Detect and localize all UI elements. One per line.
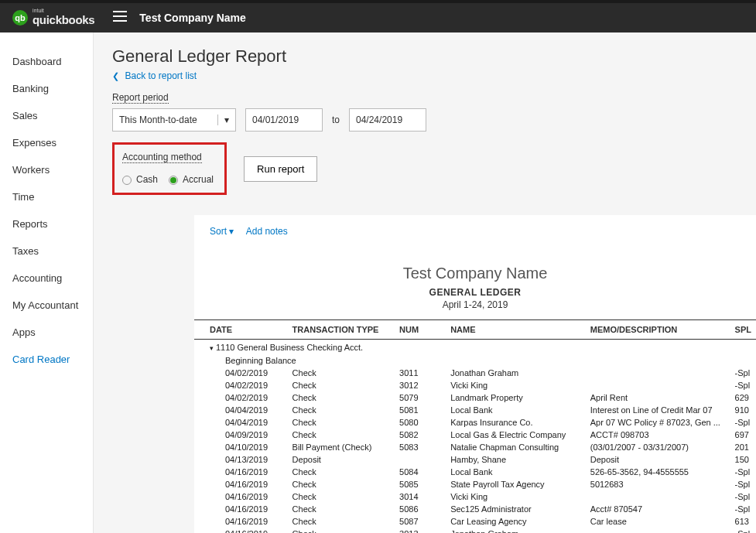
back-link-row[interactable]: ❮ Back to report list: [112, 68, 737, 82]
to-label: to: [332, 114, 340, 125]
cell-date: 04/16/2019: [194, 490, 288, 503]
hamburger-icon[interactable]: [113, 11, 127, 25]
brand-text: quickbooks: [32, 13, 94, 26]
sidebar-item-time[interactable]: Time: [0, 183, 93, 210]
table-row[interactable]: 04/09/2019Check5082Local Gas & Electric …: [194, 429, 756, 441]
cell-date: 04/16/2019: [194, 503, 288, 515]
sidebar-item-apps[interactable]: Apps: [0, 319, 93, 346]
cell-name: Sec125 Administrator: [446, 503, 586, 515]
cell-type: Check: [288, 515, 395, 528]
column-header[interactable]: MEMO/DESCRIPTION: [586, 320, 730, 340]
run-report-button[interactable]: Run report: [244, 156, 317, 182]
period-select[interactable]: This Month-to-date ▾: [112, 108, 236, 132]
cell-type: Check: [288, 416, 395, 429]
cell-memo: Deposit: [586, 453, 730, 466]
cell-name: Natalie Chapman Consulting: [446, 441, 586, 453]
column-header[interactable]: NAME: [446, 320, 586, 340]
column-header[interactable]: SPL: [730, 320, 756, 340]
cell-date: 04/02/2019: [194, 391, 288, 404]
table-row[interactable]: 04/02/2019Check3011Jonathan Graham-Spl: [194, 367, 756, 379]
sidebar-item-sales[interactable]: Sales: [0, 102, 93, 129]
accounting-method-label: Accounting method: [122, 152, 202, 163]
cell-date: 04/04/2019: [194, 404, 288, 416]
cell-split: -Spl: [730, 379, 756, 391]
period-select-value: This Month-to-date: [119, 114, 211, 125]
column-header[interactable]: NUM: [395, 320, 446, 340]
cell-date: 04/02/2019: [194, 367, 288, 379]
table-row[interactable]: 04/16/2019Check3013Jonathan Graham-Spl: [194, 528, 756, 533]
cell-split: 150: [730, 453, 756, 466]
cell-name: State Payroll Tax Agency: [446, 478, 586, 490]
cell-date: 04/09/2019: [194, 429, 288, 441]
add-notes-link[interactable]: Add notes: [246, 226, 288, 237]
cell-type: Check: [288, 429, 395, 441]
column-header[interactable]: TRANSACTION TYPE: [288, 320, 395, 340]
radio-accrual[interactable]: Accrual: [169, 174, 214, 185]
sidebar-item-taxes[interactable]: Taxes: [0, 237, 93, 265]
table-row[interactable]: 04/02/2019Check3012Vicki King-Spl: [194, 379, 756, 391]
back-link[interactable]: Back to report list: [125, 70, 197, 81]
cell-num: 5082: [395, 429, 446, 441]
table-row[interactable]: 04/16/2019Check3014Vicki King-Spl: [194, 490, 756, 503]
cell-type: Check: [288, 379, 395, 391]
table-row[interactable]: 04/16/2019Check5086Sec125 AdministratorA…: [194, 503, 756, 515]
report-pane: Sort ▾ Add notes Test Company Name GENER…: [194, 215, 756, 533]
cell-date: 04/16/2019: [194, 528, 288, 533]
cell-split: -Spl: [730, 503, 756, 515]
cell-name: Local Gas & Electric Company: [446, 429, 586, 441]
column-header[interactable]: DATE: [194, 320, 288, 340]
sidebar-item-my-accountant[interactable]: My Accountant: [0, 292, 93, 319]
table-row[interactable]: 04/10/2019Bill Payment (Check)5083Natali…: [194, 441, 756, 453]
cell-split: 910: [730, 404, 756, 416]
table-row[interactable]: 04/04/2019Check5080Karpas Insurance Co.A…: [194, 416, 756, 429]
cell-date: 04/16/2019: [194, 478, 288, 490]
account-group-row[interactable]: ▾1110 General Business Checking Acct.: [194, 340, 756, 355]
table-row[interactable]: 04/13/2019DepositHamby, ShaneDeposit150: [194, 453, 756, 466]
sidebar-item-banking[interactable]: Banking: [0, 75, 93, 102]
cell-split: 613: [730, 515, 756, 528]
sidebar-item-workers[interactable]: Workers: [0, 156, 93, 183]
cell-name: Hamby, Shane: [446, 453, 586, 466]
beginning-balance-row: Beginning Balance: [194, 354, 756, 367]
table-row[interactable]: 04/02/2019Check5079Landmark PropertyApri…: [194, 391, 756, 404]
date-from-input[interactable]: 04/01/2019: [245, 108, 323, 132]
cell-type: Check: [288, 503, 395, 515]
cell-split: 201: [730, 441, 756, 453]
cell-memo: 5012683: [586, 478, 730, 490]
table-row[interactable]: 04/16/2019Check5087Car Leasing AgencyCar…: [194, 515, 756, 528]
company-name: Test Company Name: [139, 12, 245, 24]
cell-memo: 526-65-3562, 94-4555555: [586, 466, 730, 478]
cell-type: Bill Payment (Check): [288, 441, 395, 453]
topbar: qb intuit quickbooks Test Company Name: [0, 0, 756, 32]
cell-split: -Spl: [730, 528, 756, 533]
cell-num: 3014: [395, 490, 446, 503]
cell-date: 04/02/2019: [194, 379, 288, 391]
cell-memo: [586, 490, 730, 503]
cell-type: Check: [288, 466, 395, 478]
cell-memo: [586, 528, 730, 533]
sidebar-item-reports[interactable]: Reports: [0, 210, 93, 237]
table-row[interactable]: 04/16/2019Check5084Local Bank526-65-3562…: [194, 466, 756, 478]
sidebar-item-accounting[interactable]: Accounting: [0, 265, 93, 292]
sidebar-item-expenses[interactable]: Expenses: [0, 129, 93, 156]
cell-type: Check: [288, 528, 395, 533]
sort-link[interactable]: Sort ▾: [210, 226, 234, 237]
table-row[interactable]: 04/04/2019Check5081Local BankInterest on…: [194, 404, 756, 416]
cell-name: Vicki King: [446, 490, 586, 503]
brand-logo: qb intuit quickbooks: [12, 9, 94, 27]
cell-num: 5081: [395, 404, 446, 416]
cell-date: 04/13/2019: [194, 453, 288, 466]
sidebar-item-card-reader[interactable]: Card Reader: [0, 346, 93, 373]
radio-cash[interactable]: Cash: [122, 174, 158, 185]
cell-memo: [586, 379, 730, 391]
cell-type: Deposit: [288, 453, 395, 466]
cell-num: 3013: [395, 528, 446, 533]
cell-name: Jonathan Graham: [446, 367, 586, 379]
accounting-method-highlight: Accounting method Cash Accrual: [112, 142, 227, 195]
table-row[interactable]: 04/16/2019Check5085State Payroll Tax Age…: [194, 478, 756, 490]
sidebar-item-dashboard[interactable]: Dashboard: [0, 48, 93, 75]
cell-memo: Car lease: [586, 515, 730, 528]
cell-split: -Spl: [730, 416, 756, 429]
cell-date: 04/04/2019: [194, 416, 288, 429]
date-to-input[interactable]: 04/24/2019: [349, 108, 426, 132]
